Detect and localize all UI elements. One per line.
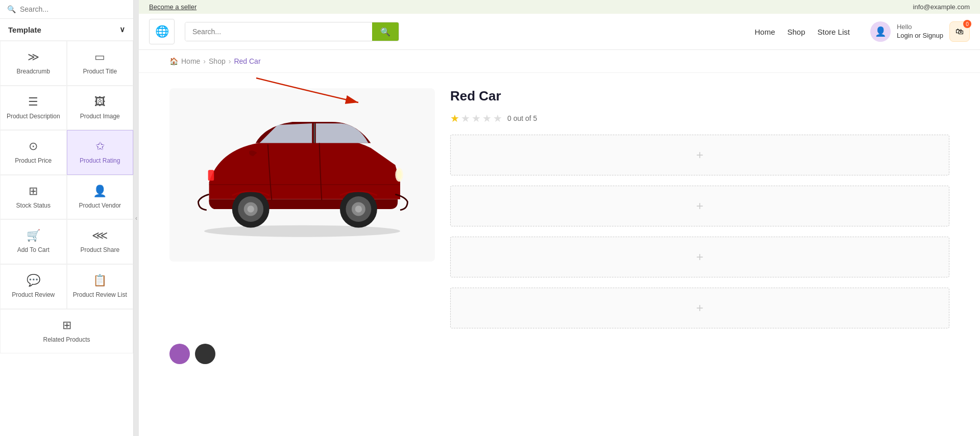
nav-shop[interactable]: Shop xyxy=(788,28,805,36)
plus-icon-2: + xyxy=(696,199,703,213)
nav-store-list[interactable]: Store List xyxy=(818,28,850,36)
avatar-1 xyxy=(169,344,190,364)
sidebar-item-add-to-cart[interactable]: 🛒 Add To Cart xyxy=(0,219,67,264)
site-header: 🌐 🔍 Home Shop Store List 👤 Hello Login o… xyxy=(139,14,980,50)
svg-point-12 xyxy=(355,206,362,212)
sidebar-item-label: Product Price xyxy=(15,157,52,165)
placeholder-box-4: + xyxy=(450,288,949,328)
sidebar-item-label: Product Image xyxy=(80,113,120,121)
user-icon: 👤 xyxy=(875,26,886,37)
product-car-image xyxy=(180,111,425,239)
main-nav: Home Shop Store List xyxy=(754,28,849,36)
sidebar-items-grid: ≫ Breadcrumb ▭ Product Title ☰ Product D… xyxy=(0,41,133,353)
product-rating-row: ★ ★ ★ ★ ★ 0 out of 5 xyxy=(450,112,949,124)
star-4: ★ xyxy=(482,112,492,124)
sidebar-item-label: Product Review List xyxy=(73,291,127,299)
header-search-bar[interactable]: 🔍 xyxy=(185,22,399,41)
stock-status-icon: ⊞ xyxy=(29,185,38,198)
product-image-container xyxy=(169,88,435,262)
star-5: ★ xyxy=(493,112,502,124)
top-bar: Become a seller info@example.com xyxy=(139,0,980,14)
star-rating: ★ ★ ★ ★ ★ xyxy=(450,112,502,124)
sidebar-item-label: Product Share xyxy=(80,246,119,254)
sidebar-item-label: Breadcrumb xyxy=(17,68,50,76)
breadcrumb-home-link[interactable]: Home xyxy=(181,57,200,65)
sidebar-item-product-description[interactable]: ☰ Product Description xyxy=(0,86,67,131)
product-title-icon: ▭ xyxy=(94,50,105,64)
breadcrumb-icon: ≫ xyxy=(28,50,39,64)
breadcrumb-sep1: › xyxy=(203,57,206,65)
star-2: ★ xyxy=(461,112,470,124)
sidebar-item-product-share[interactable]: ⋘ Product Share xyxy=(67,219,134,264)
product-title: Red Car xyxy=(450,88,949,104)
sidebar-item-product-price[interactable]: ⊙ Product Price xyxy=(0,130,67,175)
sidebar-item-product-vendor[interactable]: 👤 Product Vendor xyxy=(67,175,134,220)
user-section: 👤 Hello Login or Signup 🛍 0 xyxy=(870,21,970,42)
sidebar: 🔍 Template ∨ ≫ Breadcrumb ▭ Product Titl… xyxy=(0,0,134,436)
placeholder-box-2: + xyxy=(450,186,949,226)
sidebar-item-product-image[interactable]: 🖼 Product Image xyxy=(67,86,134,131)
sidebar-item-product-title[interactable]: ▭ Product Title xyxy=(67,41,134,86)
sidebar-item-product-review[interactable]: 💬 Product Review xyxy=(0,264,67,309)
plus-icon-4: + xyxy=(696,301,703,315)
cart-button[interactable]: 🛍 0 xyxy=(949,21,970,42)
star-3: ★ xyxy=(472,112,481,124)
avatar-2 xyxy=(195,344,215,364)
breadcrumb-sep2: › xyxy=(229,57,231,65)
search-button-icon: 🔍 xyxy=(380,27,390,37)
sidebar-item-stock-status[interactable]: ⊞ Stock Status xyxy=(0,175,67,220)
breadcrumb-shop-link[interactable]: Shop xyxy=(209,57,226,65)
rating-text: 0 out of 5 xyxy=(507,114,537,122)
sidebar-search-bar[interactable]: 🔍 xyxy=(0,0,133,19)
svg-point-3 xyxy=(397,170,402,179)
product-review-icon: 💬 xyxy=(27,274,40,287)
header-search-button[interactable]: 🔍 xyxy=(372,22,399,41)
product-share-icon: ⋘ xyxy=(92,229,108,242)
divider-icon: ‹ xyxy=(135,215,137,222)
svg-rect-4 xyxy=(208,170,214,181)
product-price-icon: ⊙ xyxy=(29,140,38,153)
sidebar-item-label: Product Title xyxy=(83,68,117,76)
product-page: 🏠 Home › Shop › Red Car xyxy=(139,50,980,436)
plus-icon-3: + xyxy=(696,250,703,264)
header-search-input[interactable] xyxy=(185,22,372,41)
sidebar-item-label: Add To Cart xyxy=(17,246,50,254)
user-hello: Hello xyxy=(897,23,943,32)
product-review-list-icon: 📋 xyxy=(93,274,107,287)
become-seller-link[interactable]: Become a seller xyxy=(149,3,197,11)
search-icon: 🔍 xyxy=(7,5,16,13)
svg-point-8 xyxy=(247,206,254,212)
svg-point-0 xyxy=(204,225,400,237)
bottom-avatars xyxy=(139,339,980,369)
sidebar-item-label: Product Rating xyxy=(80,157,120,165)
product-rating-icon: ✩ xyxy=(95,140,105,153)
nav-home[interactable]: Home xyxy=(754,28,775,36)
sidebar-item-breadcrumb[interactable]: ≫ Breadcrumb xyxy=(0,41,67,86)
search-input[interactable] xyxy=(20,5,126,13)
breadcrumb: 🏠 Home › Shop › Red Car xyxy=(139,50,980,73)
sidebar-item-product-rating[interactable]: ✩ Product Rating xyxy=(67,130,134,175)
site-logo: 🌐 xyxy=(149,19,175,44)
product-description-icon: ☰ xyxy=(28,95,38,109)
divider-handle[interactable]: ‹ xyxy=(134,0,139,436)
user-text: Hello Login or Signup xyxy=(897,23,943,40)
plus-icon-1: + xyxy=(696,148,703,162)
placeholder-boxes: + + + + xyxy=(450,135,949,328)
placeholder-box-1: + xyxy=(450,135,949,175)
sidebar-item-label: Related Products xyxy=(43,336,90,344)
user-login-link[interactable]: Login or Signup xyxy=(897,32,943,40)
product-image-icon: 🖼 xyxy=(94,95,106,109)
sidebar-item-label: Stock Status xyxy=(16,202,51,210)
star-1: ★ xyxy=(450,112,459,124)
sidebar-item-label: Product Review xyxy=(12,291,55,299)
product-layout: Red Car ★ ★ ★ ★ ★ 0 out of 5 xyxy=(139,73,980,339)
chevron-down-icon: ∨ xyxy=(119,25,125,34)
avatar: 👤 xyxy=(870,21,891,42)
breadcrumb-home-icon: 🏠 xyxy=(169,57,178,65)
sidebar-item-related-products[interactable]: ⊞ Related Products xyxy=(0,309,133,354)
sidebar-item-label: Product Vendor xyxy=(79,202,121,210)
main-content: Become a seller info@example.com 🌐 🔍 Hom… xyxy=(139,0,980,436)
sidebar-item-product-review-list[interactable]: 📋 Product Review List xyxy=(67,264,134,309)
product-left-column xyxy=(169,88,435,328)
logo-icon: 🌐 xyxy=(155,25,169,38)
